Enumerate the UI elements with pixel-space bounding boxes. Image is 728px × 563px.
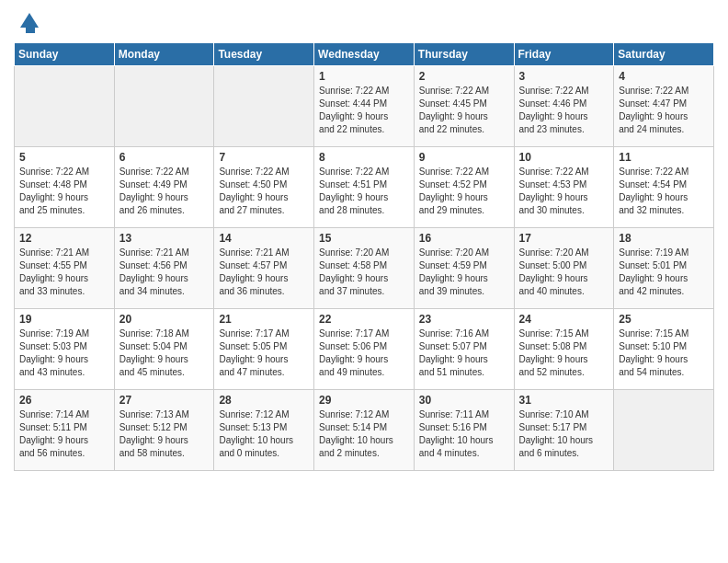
calendar-cell: 9Sunrise: 7:22 AM Sunset: 4:52 PM Daylig…: [414, 147, 514, 228]
day-info: Sunrise: 7:19 AM Sunset: 5:01 PM Dayligh…: [619, 247, 709, 298]
calendar-cell: 20Sunrise: 7:18 AM Sunset: 5:04 PM Dayli…: [114, 309, 214, 390]
logo-icon: [17, 9, 42, 35]
calendar-cell: 29Sunrise: 7:12 AM Sunset: 5:14 PM Dayli…: [314, 390, 415, 471]
day-info: Sunrise: 7:22 AM Sunset: 4:54 PM Dayligh…: [619, 166, 709, 217]
day-number: 21: [219, 313, 309, 326]
day-info: Sunrise: 7:15 AM Sunset: 5:08 PM Dayligh…: [519, 327, 609, 379]
day-header-thursday: Thursday: [414, 43, 514, 66]
day-number: 1: [319, 70, 409, 83]
day-number: 12: [19, 232, 109, 245]
calendar-cell: 10Sunrise: 7:22 AM Sunset: 4:53 PM Dayli…: [514, 147, 614, 228]
calendar-cell: 26Sunrise: 7:14 AM Sunset: 5:11 PM Dayli…: [15, 390, 115, 471]
calendar-cell: [114, 66, 214, 147]
day-number: 18: [619, 232, 709, 245]
day-number: 27: [119, 394, 210, 407]
day-number: 3: [519, 70, 609, 83]
calendar-table: SundayMondayTuesdayWednesdayThursdayFrid…: [14, 42, 714, 471]
day-info: Sunrise: 7:13 AM Sunset: 5:12 PM Dayligh…: [119, 408, 210, 460]
day-number: 5: [19, 151, 109, 164]
calendar-cell: 19Sunrise: 7:19 AM Sunset: 5:03 PM Dayli…: [15, 309, 115, 390]
day-number: 22: [319, 313, 409, 326]
day-info: Sunrise: 7:22 AM Sunset: 4:46 PM Dayligh…: [519, 85, 609, 136]
day-info: Sunrise: 7:22 AM Sunset: 4:50 PM Dayligh…: [219, 166, 309, 217]
day-info: Sunrise: 7:19 AM Sunset: 5:03 PM Dayligh…: [19, 327, 109, 379]
day-info: Sunrise: 7:21 AM Sunset: 4:57 PM Dayligh…: [219, 247, 309, 298]
day-header-saturday: Saturday: [614, 43, 714, 66]
day-number: 30: [419, 394, 509, 407]
week-row-3: 12Sunrise: 7:21 AM Sunset: 4:55 PM Dayli…: [15, 228, 714, 309]
header: [14, 9, 714, 35]
logo-area: [14, 9, 42, 35]
week-row-4: 19Sunrise: 7:19 AM Sunset: 5:03 PM Dayli…: [15, 309, 714, 390]
calendar-cell: 17Sunrise: 7:20 AM Sunset: 5:00 PM Dayli…: [514, 228, 614, 309]
day-info: Sunrise: 7:18 AM Sunset: 5:04 PM Dayligh…: [119, 327, 210, 379]
calendar-cell: 15Sunrise: 7:20 AM Sunset: 4:58 PM Dayli…: [314, 228, 415, 309]
calendar-cell: 23Sunrise: 7:16 AM Sunset: 5:07 PM Dayli…: [414, 309, 514, 390]
day-number: 13: [119, 232, 210, 245]
calendar-cell: 2Sunrise: 7:22 AM Sunset: 4:45 PM Daylig…: [414, 66, 514, 147]
day-info: Sunrise: 7:22 AM Sunset: 4:47 PM Dayligh…: [619, 85, 709, 136]
day-info: Sunrise: 7:20 AM Sunset: 5:00 PM Dayligh…: [519, 247, 609, 298]
week-row-1: 1Sunrise: 7:22 AM Sunset: 4:44 PM Daylig…: [15, 66, 714, 147]
day-number: 25: [619, 313, 709, 326]
day-number: 7: [219, 151, 309, 164]
calendar-cell: [614, 390, 714, 471]
day-info: Sunrise: 7:10 AM Sunset: 5:17 PM Dayligh…: [519, 408, 609, 460]
calendar-cell: 27Sunrise: 7:13 AM Sunset: 5:12 PM Dayli…: [114, 390, 214, 471]
calendar-cell: 6Sunrise: 7:22 AM Sunset: 4:49 PM Daylig…: [114, 147, 214, 228]
day-number: 19: [19, 313, 109, 326]
calendar-cell: 30Sunrise: 7:11 AM Sunset: 5:16 PM Dayli…: [414, 390, 514, 471]
day-info: Sunrise: 7:22 AM Sunset: 4:51 PM Dayligh…: [319, 166, 409, 217]
day-number: 8: [319, 151, 409, 164]
calendar-cell: 25Sunrise: 7:15 AM Sunset: 5:10 PM Dayli…: [614, 309, 714, 390]
day-info: Sunrise: 7:14 AM Sunset: 5:11 PM Dayligh…: [19, 408, 109, 460]
day-number: 16: [419, 232, 509, 245]
week-row-5: 26Sunrise: 7:14 AM Sunset: 5:11 PM Dayli…: [15, 390, 714, 471]
svg-marker-0: [20, 13, 39, 28]
day-info: Sunrise: 7:12 AM Sunset: 5:14 PM Dayligh…: [319, 408, 409, 460]
header-row: SundayMondayTuesdayWednesdayThursdayFrid…: [15, 43, 714, 66]
day-info: Sunrise: 7:22 AM Sunset: 4:44 PM Dayligh…: [319, 85, 409, 136]
calendar-cell: 4Sunrise: 7:22 AM Sunset: 4:47 PM Daylig…: [614, 66, 714, 147]
day-number: 29: [319, 394, 409, 407]
svg-marker-1: [26, 26, 35, 33]
calendar-cell: 11Sunrise: 7:22 AM Sunset: 4:54 PM Dayli…: [614, 147, 714, 228]
calendar-cell: 5Sunrise: 7:22 AM Sunset: 4:48 PM Daylig…: [15, 147, 115, 228]
day-info: Sunrise: 7:21 AM Sunset: 4:56 PM Dayligh…: [119, 247, 210, 298]
calendar-cell: 22Sunrise: 7:17 AM Sunset: 5:06 PM Dayli…: [314, 309, 415, 390]
page: SundayMondayTuesdayWednesdayThursdayFrid…: [0, 0, 728, 485]
day-info: Sunrise: 7:22 AM Sunset: 4:45 PM Dayligh…: [419, 85, 509, 136]
day-number: 28: [219, 394, 309, 407]
calendar-cell: 1Sunrise: 7:22 AM Sunset: 4:44 PM Daylig…: [314, 66, 415, 147]
calendar-cell: [214, 66, 314, 147]
calendar-cell: 28Sunrise: 7:12 AM Sunset: 5:13 PM Dayli…: [214, 390, 314, 471]
calendar-cell: [15, 66, 115, 147]
calendar-cell: 7Sunrise: 7:22 AM Sunset: 4:50 PM Daylig…: [214, 147, 314, 228]
day-number: 17: [519, 232, 609, 245]
day-number: 14: [219, 232, 309, 245]
day-number: 23: [419, 313, 509, 326]
day-header-sunday: Sunday: [15, 43, 115, 66]
day-info: Sunrise: 7:11 AM Sunset: 5:16 PM Dayligh…: [419, 408, 509, 460]
logo-text: [14, 9, 42, 35]
day-number: 31: [519, 394, 609, 407]
day-info: Sunrise: 7:21 AM Sunset: 4:55 PM Dayligh…: [19, 247, 109, 298]
day-number: 6: [119, 151, 210, 164]
calendar-cell: 16Sunrise: 7:20 AM Sunset: 4:59 PM Dayli…: [414, 228, 514, 309]
calendar-cell: 8Sunrise: 7:22 AM Sunset: 4:51 PM Daylig…: [314, 147, 415, 228]
day-number: 24: [519, 313, 609, 326]
day-info: Sunrise: 7:16 AM Sunset: 5:07 PM Dayligh…: [419, 327, 509, 379]
day-header-tuesday: Tuesday: [214, 43, 314, 66]
day-info: Sunrise: 7:22 AM Sunset: 4:49 PM Dayligh…: [119, 166, 210, 217]
day-info: Sunrise: 7:22 AM Sunset: 4:52 PM Dayligh…: [419, 166, 509, 217]
day-header-friday: Friday: [514, 43, 614, 66]
day-number: 9: [419, 151, 509, 164]
calendar-cell: 18Sunrise: 7:19 AM Sunset: 5:01 PM Dayli…: [614, 228, 714, 309]
calendar-cell: 13Sunrise: 7:21 AM Sunset: 4:56 PM Dayli…: [114, 228, 214, 309]
day-number: 2: [419, 70, 509, 83]
calendar-cell: 3Sunrise: 7:22 AM Sunset: 4:46 PM Daylig…: [514, 66, 614, 147]
day-info: Sunrise: 7:22 AM Sunset: 4:48 PM Dayligh…: [19, 166, 109, 217]
calendar-cell: 21Sunrise: 7:17 AM Sunset: 5:05 PM Dayli…: [214, 309, 314, 390]
day-info: Sunrise: 7:17 AM Sunset: 5:06 PM Dayligh…: [319, 327, 409, 379]
day-info: Sunrise: 7:20 AM Sunset: 4:59 PM Dayligh…: [419, 247, 509, 298]
